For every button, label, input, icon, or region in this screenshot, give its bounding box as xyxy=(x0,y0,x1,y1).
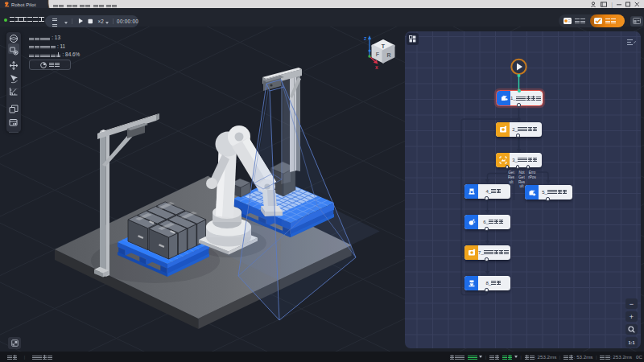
svg-text:F: F xyxy=(376,51,380,57)
svg-text:Z: Z xyxy=(364,36,367,41)
svg-text:T: T xyxy=(382,43,386,49)
svg-text:R: R xyxy=(386,52,390,58)
svg-text:X: X xyxy=(375,65,378,70)
